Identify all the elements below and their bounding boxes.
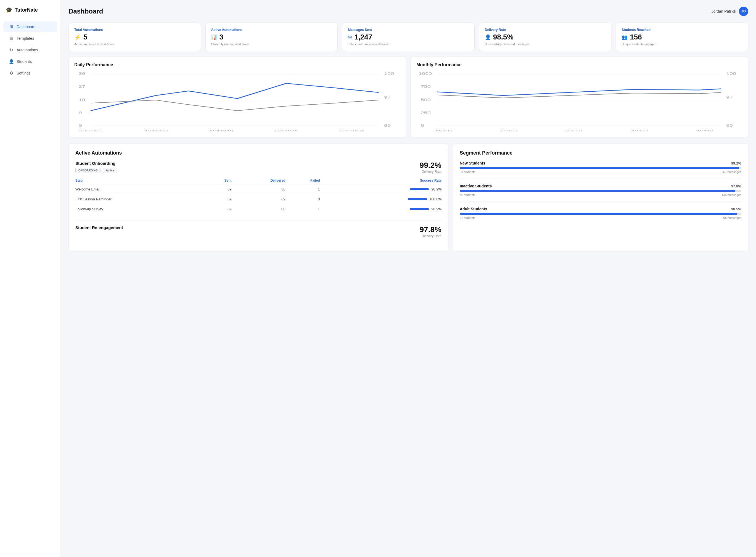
monthly-chart-area: 1000 750 500 250 0 100 97 95 bbox=[416, 71, 743, 132]
success-pct-2: 98.9% bbox=[431, 207, 441, 211]
segment-card: Segment Performance New Students 99.2% 8… bbox=[453, 143, 748, 252]
delivery-label-0: Delivery Rate bbox=[420, 170, 441, 174]
cell-sent-1: 89 bbox=[206, 194, 232, 204]
seg-pct-1: 97.8% bbox=[731, 184, 742, 188]
col-delivered: Delivered bbox=[232, 177, 286, 184]
svg-text:2024-02: 2024-02 bbox=[630, 129, 648, 132]
svg-text:0: 0 bbox=[421, 124, 424, 127]
stat-desc-1: Currently running workflows bbox=[211, 42, 332, 46]
stat-icon-0: ⚡ bbox=[74, 34, 81, 40]
stat-label-3: Delivery Rate bbox=[485, 28, 606, 32]
cell-failed-0: 1 bbox=[285, 184, 320, 194]
monthly-chart-title: Monthly Performance bbox=[416, 62, 743, 67]
stat-card-messages-sent: Messages Sent ✉ 1,247 Total communicatio… bbox=[342, 23, 475, 51]
stat-card-active-automations: Active Automations 📊 3 Currently running… bbox=[205, 23, 338, 51]
cell-success-2: 98.9% bbox=[320, 204, 441, 214]
sidebar-item-settings[interactable]: ⚙ Settings bbox=[3, 68, 57, 78]
cell-success-0: 98.9% bbox=[320, 184, 441, 194]
user-name: Jordan Patrick bbox=[711, 9, 736, 13]
sidebar-item-students[interactable]: 👤 Students bbox=[3, 56, 57, 67]
seg-name-0: New Students bbox=[460, 161, 486, 165]
cell-step-1: First Lesson Reminder bbox=[76, 194, 206, 204]
segment-title: Segment Performance bbox=[460, 150, 742, 156]
bottom-row: Active Automations Student Onboarding ON… bbox=[68, 143, 748, 252]
stat-card-students-reached: Students Reached 👥 156 Unique students e… bbox=[616, 23, 748, 51]
stat-value-2: 1,247 bbox=[354, 33, 372, 41]
table-row: Welcome Email 89 88 1 98.9% bbox=[76, 184, 441, 194]
stat-icon-row-0: ⚡ 5 bbox=[74, 33, 195, 41]
col-step: Step bbox=[76, 177, 206, 184]
cell-delivered-2: 88 bbox=[232, 204, 286, 214]
table-header-row: Step Sent Delivered Failed Success Rate bbox=[76, 177, 441, 184]
automation-block-onboarding: Student Onboarding ONBOARDING Active 99.… bbox=[76, 161, 441, 214]
bar-fill-2 bbox=[410, 208, 429, 210]
sidebar-item-automations[interactable]: ↻ Automations bbox=[3, 45, 57, 55]
stat-value-4: 156 bbox=[630, 33, 642, 41]
cell-failed-1: 0 bbox=[285, 194, 320, 204]
stat-card-delivery-rate: Delivery Rate 👤 98.5% Successfully deliv… bbox=[479, 23, 612, 51]
auto-header-row-1: Student Re-engagement 97.8% Delivery Rat… bbox=[76, 225, 441, 238]
seg-bar-wrap-0 bbox=[460, 167, 742, 169]
sidebar-label-students: Students bbox=[17, 59, 32, 64]
seg-header-2: Adult Students 98.5% bbox=[460, 207, 742, 211]
col-success: Success Rate bbox=[320, 177, 441, 184]
cell-delivered-1: 89 bbox=[232, 194, 286, 204]
daily-performance-card: Daily Performance 36 27 18 9 0 100 97 95 bbox=[68, 57, 406, 138]
svg-text:100: 100 bbox=[384, 72, 394, 76]
charts-row: Daily Performance 36 27 18 9 0 100 97 95 bbox=[68, 57, 748, 138]
col-failed: Failed bbox=[285, 177, 320, 184]
sidebar-item-dashboard[interactable]: ⊞ Dashboard bbox=[3, 22, 57, 32]
avatar: JO bbox=[739, 7, 748, 16]
badges-0: ONBOARDING Active bbox=[76, 168, 117, 173]
daily-chart-area: 36 27 18 9 0 100 97 95 bbox=[74, 71, 400, 132]
stat-icon-row-2: ✉ 1,247 bbox=[348, 33, 469, 41]
svg-text:2023-11: 2023-11 bbox=[435, 129, 453, 132]
stat-desc-3: Successfully delivered messages bbox=[485, 42, 606, 46]
sidebar-label-automations: Automations bbox=[17, 48, 38, 52]
svg-text:95: 95 bbox=[384, 124, 391, 127]
table-row: Follow-up Survey 89 88 1 98.9% bbox=[76, 204, 441, 214]
auto-left-1: Student Re-engagement bbox=[76, 225, 123, 232]
logo-icon: 🎓 bbox=[5, 7, 12, 13]
table-row: First Lesson Reminder 89 89 0 100.0% bbox=[76, 194, 441, 204]
stat-label-0: Total Automations bbox=[74, 28, 195, 32]
svg-text:2024-03-04: 2024-03-04 bbox=[273, 129, 299, 132]
seg-bar-wrap-2 bbox=[460, 213, 742, 215]
dashboard-icon: ⊞ bbox=[9, 24, 14, 29]
sidebar-label-dashboard: Dashboard bbox=[17, 25, 36, 29]
auto-table-0: Step Sent Delivered Failed Success Rate … bbox=[76, 177, 441, 214]
automations-title: Active Automations bbox=[76, 150, 441, 156]
monthly-chart-svg: 1000 750 500 250 0 100 97 95 bbox=[416, 71, 743, 132]
automation-name-1: Student Re-engagement bbox=[76, 225, 123, 230]
main-content: Dashboard Jordan Patrick JO Total Automa… bbox=[61, 0, 756, 557]
svg-text:2023-12: 2023-12 bbox=[500, 129, 518, 132]
page-title: Dashboard bbox=[68, 7, 103, 15]
cell-step-2: Follow-up Survey bbox=[76, 204, 206, 214]
daily-chart-title: Daily Performance bbox=[74, 62, 400, 67]
svg-text:500: 500 bbox=[421, 98, 431, 102]
students-icon: 👤 bbox=[9, 59, 14, 64]
delivery-rate-block-0: 99.2% Delivery Rate bbox=[420, 161, 441, 174]
stat-value-3: 98.5% bbox=[493, 33, 514, 41]
daily-chart-svg: 36 27 18 9 0 100 97 95 bbox=[74, 71, 400, 132]
svg-text:2024-01: 2024-01 bbox=[565, 129, 583, 132]
segment-item-0: New Students 99.2% 89 students 267 messa… bbox=[460, 161, 742, 174]
automations-icon: ↻ bbox=[9, 48, 14, 53]
seg-bar-fill-2 bbox=[460, 213, 737, 215]
sidebar-item-templates[interactable]: ▤ Templates bbox=[3, 33, 57, 43]
svg-text:2024-03-05: 2024-03-05 bbox=[339, 129, 364, 132]
badge-status-0: Active bbox=[103, 168, 117, 173]
svg-text:750: 750 bbox=[421, 85, 431, 89]
seg-footer-0: 89 students 267 messages bbox=[460, 170, 742, 174]
stat-icon-row-1: 📊 3 bbox=[211, 33, 332, 41]
svg-text:2024-03-03: 2024-03-03 bbox=[208, 129, 234, 132]
cell-delivered-0: 88 bbox=[232, 184, 286, 194]
seg-pct-0: 99.2% bbox=[731, 161, 742, 165]
success-pct-0: 98.9% bbox=[431, 187, 441, 191]
sidebar-label-templates: Templates bbox=[17, 36, 34, 40]
svg-text:1000: 1000 bbox=[418, 72, 432, 76]
segment-item-2: Adult Students 98.5% 22 students 66 mess… bbox=[460, 207, 742, 219]
bar-wrap-1 bbox=[408, 198, 427, 200]
delivery-label-1: Delivery Rate bbox=[420, 234, 441, 238]
logo: 🎓 TutorNate bbox=[0, 7, 60, 21]
